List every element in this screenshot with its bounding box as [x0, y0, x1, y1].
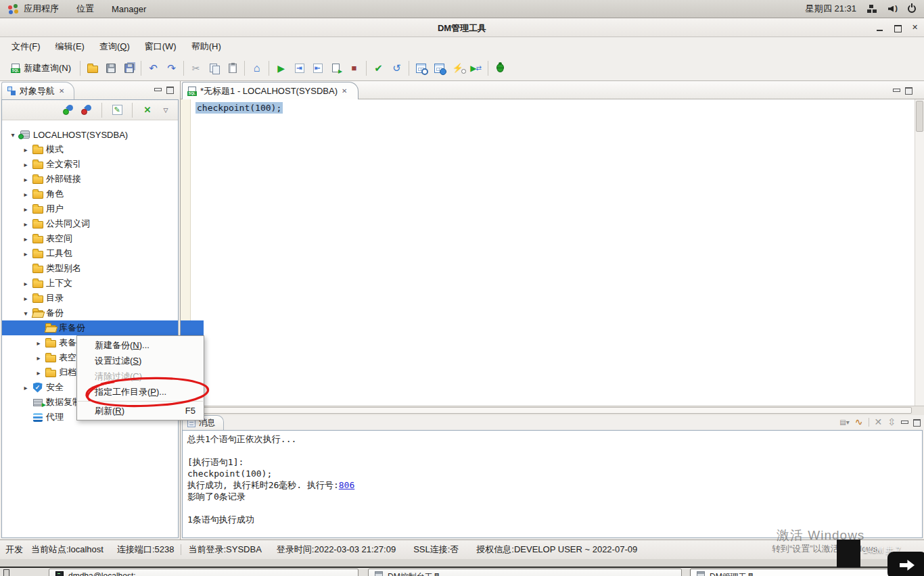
- context-menu-item-refresh[interactable]: 刷新(R)F5: [77, 403, 204, 418]
- sql-editor[interactable]: checkpoint(100);: [181, 99, 924, 406]
- tree-item-directory[interactable]: ▸目录: [2, 291, 178, 306]
- taskbar-item-1[interactable]: dmdba@localhost:: [49, 569, 359, 576]
- table-search-icon[interactable]: [412, 59, 430, 77]
- code-line[interactable]: checkpoint(100);: [195, 103, 283, 113]
- tree-item-schema[interactable]: ▸模式: [2, 142, 178, 157]
- view-menu-icon[interactable]: ▽: [160, 104, 172, 116]
- scroll-lock-icon[interactable]: ⇳: [887, 417, 896, 427]
- run-next-icon[interactable]: ⇥: [290, 59, 308, 77]
- save-all-icon[interactable]: [120, 59, 138, 77]
- context-menu-item-new-backup[interactable]: 新建备份(N)...: [77, 337, 204, 353]
- commit-icon[interactable]: ✔: [369, 59, 388, 77]
- chevron-right-icon[interactable]: ▸: [20, 280, 31, 287]
- open-file-icon[interactable]: [83, 59, 101, 77]
- continue-run-icon[interactable]: ▶⇄: [467, 59, 485, 77]
- tree-item-fulltext-index[interactable]: ▸全文索引: [2, 157, 178, 172]
- editor-maximize-icon[interactable]: [905, 87, 912, 93]
- chevron-right-icon[interactable]: ▸: [20, 250, 31, 258]
- clock[interactable]: 星期四 21:31: [806, 3, 856, 15]
- scrollbar-thumb[interactable]: [916, 101, 923, 132]
- close-icon[interactable]: ✕: [342, 87, 347, 95]
- chevron-right-icon[interactable]: ▸: [20, 384, 31, 391]
- save-icon[interactable]: [101, 59, 120, 77]
- execution-number-link[interactable]: 806: [339, 480, 354, 490]
- tree-item-public-synonym[interactable]: ▸公共同义词: [2, 216, 178, 231]
- tree-item-toolkit[interactable]: ▸工具包: [2, 246, 178, 261]
- message-options-icon[interactable]: ▤▾: [839, 418, 849, 426]
- cut-icon[interactable]: ✂: [187, 59, 205, 77]
- undo-icon[interactable]: ↶: [144, 59, 162, 77]
- taskbar-item-2[interactable]: DM控制台工具: [368, 569, 682, 576]
- window-maximize-button[interactable]: [893, 24, 902, 32]
- editor-tab[interactable]: *无标题1 - LOCALHOST(SYSDBA) ✕: [182, 82, 359, 99]
- chevron-right-icon[interactable]: ▸: [20, 161, 31, 168]
- chevron-right-icon[interactable]: ▸: [20, 220, 31, 228]
- active-app-menu[interactable]: Manager: [112, 4, 146, 14]
- collapse-all-icon[interactable]: ✕: [141, 104, 154, 116]
- rollback-icon[interactable]: ↺: [388, 59, 406, 77]
- home-icon[interactable]: ⌂: [248, 59, 266, 77]
- run-icon[interactable]: ▶: [272, 59, 290, 77]
- chevron-right-icon[interactable]: ▸: [20, 235, 31, 243]
- tree-item-external-link[interactable]: ▸外部链接: [2, 172, 178, 187]
- window-close-button[interactable]: [910, 24, 920, 32]
- menu-edit[interactable]: 编辑(E): [48, 37, 92, 56]
- power-icon[interactable]: [908, 5, 916, 13]
- volume-icon[interactable]: [888, 5, 897, 14]
- chevron-right-icon[interactable]: ▸: [33, 369, 44, 377]
- places-menu[interactable]: 位置: [76, 3, 94, 15]
- panel-minimize-icon[interactable]: [154, 87, 161, 93]
- chevron-right-icon[interactable]: ▸: [20, 176, 31, 183]
- debug-icon[interactable]: [491, 59, 509, 77]
- connect-icon[interactable]: [62, 104, 74, 116]
- table-clock-icon[interactable]: [430, 59, 448, 77]
- run-script-icon[interactable]: [327, 59, 345, 77]
- chevron-right-icon[interactable]: ▸: [20, 295, 31, 302]
- close-icon[interactable]: ✕: [59, 87, 64, 95]
- scrollbar-thumb[interactable]: [182, 407, 912, 414]
- editor-vertical-scrollbar[interactable]: [915, 99, 924, 406]
- panel-maximize-icon[interactable]: [166, 87, 173, 93]
- tree-item-role[interactable]: ▸角色: [2, 187, 178, 201]
- wrap-lines-icon[interactable]: ∿: [855, 417, 863, 427]
- tree-item-user[interactable]: ▸用户: [2, 201, 178, 216]
- tree-item-backup[interactable]: ▾备份: [2, 306, 178, 320]
- taskbar-item-3[interactable]: DM管理工具: [690, 569, 904, 576]
- chevron-down-icon[interactable]: ▾: [20, 310, 31, 317]
- context-menu-item-set-work-dir[interactable]: 指定工作目录(P)...: [77, 384, 204, 400]
- tree-item-type-alias[interactable]: 类型别名: [2, 261, 178, 276]
- chevron-right-icon[interactable]: ▸: [20, 146, 31, 153]
- tree-item-context[interactable]: ▸上下文: [2, 276, 178, 291]
- chevron-right-icon[interactable]: ▸: [33, 339, 44, 347]
- chevron-right-icon[interactable]: ▸: [20, 206, 31, 213]
- tree-item-localhost[interactable]: ▾LOCALHOST(SYSDBA): [2, 127, 178, 142]
- object-navigation-tab[interactable]: 对象导航 ✕: [1, 82, 74, 99]
- editor-horizontal-scrollbar[interactable]: [181, 406, 924, 415]
- paste-icon[interactable]: [223, 59, 241, 77]
- chevron-down-icon[interactable]: ▾: [7, 131, 18, 139]
- menu-help[interactable]: 帮助(H): [184, 37, 229, 56]
- disconnect-icon[interactable]: [80, 104, 93, 116]
- window-minimize-button[interactable]: [875, 24, 885, 32]
- chevron-right-icon[interactable]: ▸: [33, 354, 44, 362]
- edit-connection-icon[interactable]: ✎: [111, 104, 123, 116]
- menu-query[interactable]: 查询(Q): [92, 37, 137, 56]
- tree-item-db-backup[interactable]: 库备份: [2, 320, 178, 335]
- network-icon[interactable]: [867, 5, 877, 14]
- messages-maximize-icon[interactable]: [913, 419, 920, 425]
- new-query-button[interactable]: 新建查询(N): [5, 59, 77, 77]
- messages-minimize-icon[interactable]: [901, 419, 908, 425]
- context-menu-item-set-filter[interactable]: 设置过滤(S): [77, 353, 204, 368]
- show-desktop-icon[interactable]: [3, 569, 9, 576]
- stop-icon[interactable]: ■: [345, 59, 363, 77]
- run-to-cursor-icon[interactable]: ⇤: [308, 59, 327, 77]
- chevron-right-icon[interactable]: ▸: [20, 191, 31, 198]
- applications-menu[interactable]: 应用程序: [8, 3, 59, 15]
- clear-messages-icon[interactable]: ✕: [875, 417, 883, 427]
- bolt-search-icon[interactable]: ⚡: [448, 59, 467, 77]
- menu-file[interactable]: 文件(F): [4, 37, 48, 56]
- redo-icon[interactable]: ↷: [162, 59, 181, 77]
- menu-window[interactable]: 窗口(W): [137, 37, 184, 56]
- editor-minimize-icon[interactable]: [893, 87, 900, 93]
- tree-item-tablespace[interactable]: ▸表空间: [2, 231, 178, 246]
